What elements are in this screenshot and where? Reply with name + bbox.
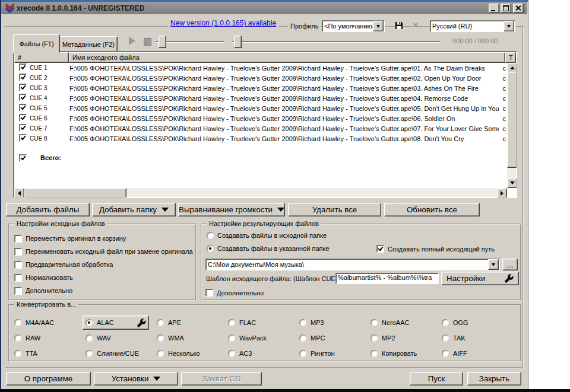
vertical-scroll-thumb[interactable]	[507, 72, 517, 168]
table-row[interactable]: CUE 5F:\005 ФОНОТЕКА\LOSSLESS\РОК\Richar…	[14, 103, 507, 113]
codec-option-wavpack[interactable]: WavPack	[228, 334, 299, 342]
seek-slider-thumb[interactable]	[234, 36, 242, 48]
codec-option-mpc[interactable]: MPC	[299, 334, 370, 342]
codec-option-wav[interactable]: WAV	[86, 334, 157, 342]
radio[interactable]	[442, 319, 449, 326]
radio[interactable]	[442, 350, 449, 357]
stop-button[interactable]	[144, 38, 151, 46]
tab-metadata[interactable]: Метаданные (F2)	[59, 36, 118, 52]
table-row[interactable]: CUE 8F:\005 ФОНОТЕКА\LOSSLESS\РОК\Richar…	[14, 133, 507, 144]
codec-option-flac[interactable]: FLAC	[228, 319, 299, 326]
table-row[interactable]: CUE 2F:\005 ФОНОТЕКА\LOSSLESS\РОК\Richar…	[14, 73, 507, 83]
source-option[interactable]: Нормализовать	[14, 271, 192, 284]
radio[interactable]	[442, 334, 449, 342]
codec-option-aiff[interactable]: AIFF	[442, 350, 508, 357]
checkbox[interactable]	[14, 287, 22, 295]
radio[interactable]	[157, 334, 164, 342]
titlebar[interactable]: xrecode II 1.0.0.164 - UNREGISTERED	[1, 2, 527, 14]
radio[interactable]	[299, 350, 306, 357]
codec-option-несколько[interactable]: Несколько	[157, 350, 228, 357]
codec-option-mp3[interactable]: MP3	[299, 319, 370, 326]
radio[interactable]	[207, 232, 214, 239]
radio[interactable]	[228, 319, 235, 326]
column-header-filename[interactable]: Имя исходного файла	[69, 52, 505, 63]
close-button[interactable]	[513, 4, 524, 13]
source-option[interactable]: Предварительная обработка	[14, 258, 192, 271]
radio[interactable]	[299, 334, 306, 342]
profile-combobox[interactable]: <По умолчанию>	[322, 20, 385, 32]
radio[interactable]	[157, 319, 164, 326]
row-checkbox[interactable]	[19, 134, 27, 142]
output-path-combobox[interactable]: C:\Мои документы\Моя музыка\	[205, 259, 500, 270]
scroll-right-button[interactable]	[497, 188, 507, 198]
checkbox[interactable]	[14, 248, 22, 256]
language-dropdown-button[interactable]	[504, 21, 514, 31]
start-button[interactable]: Пуск	[410, 372, 463, 385]
table-row[interactable]: CUE 3F:\005 ФОНОТЕКА\LOSSLESS\РОК\Richar…	[14, 83, 507, 93]
radio-custom-folder[interactable]: Создавать файлы в указанной папке	[207, 245, 330, 252]
file-table[interactable]: # Имя исходного файла T CUE 1F:\005 ФОНО…	[13, 51, 517, 198]
add-folder-button[interactable]: Добавить папку	[92, 203, 176, 216]
codec-option-wma[interactable]: WMA	[157, 334, 228, 342]
codec-option-mp2[interactable]: MP2	[370, 334, 442, 342]
codec-option-ac3[interactable]: AC3	[228, 350, 299, 357]
delete-profile-button[interactable]: ✕	[411, 20, 420, 30]
template-input[interactable]: %albumartist% - %album%\%tra	[335, 273, 439, 284]
scroll-left-button[interactable]	[14, 188, 24, 198]
add-files-button[interactable]: Добавить файлы	[6, 203, 90, 216]
total-checkbox[interactable]	[19, 154, 27, 162]
codec-option-ogg[interactable]: OGG	[442, 319, 508, 326]
codec-option-ape[interactable]: APE	[157, 319, 228, 326]
play-button[interactable]	[129, 37, 135, 45]
checkbox[interactable]	[14, 274, 22, 282]
seek-slider-track[interactable]	[232, 41, 441, 42]
maximize-button[interactable]	[501, 4, 511, 13]
save-profile-button[interactable]	[394, 21, 404, 30]
codec-option-копировать[interactable]: Копировать	[370, 350, 442, 357]
radio[interactable]	[299, 319, 306, 326]
volume-normalize-button[interactable]: Выравнивание громкости	[178, 203, 285, 216]
table-row[interactable]: CUE 6F:\005 ФОНОТЕКА\LOSSLESS\РОК\Richar…	[14, 113, 507, 123]
radio[interactable]	[86, 350, 93, 357]
codec-option-tak[interactable]: TAK	[442, 334, 508, 342]
row-checkbox[interactable]	[19, 114, 27, 122]
codec-option-рингтон[interactable]: Рингтон	[299, 350, 370, 357]
codec-option-слияние-cue[interactable]: Слияние/CUE	[86, 350, 157, 357]
codec-option-alac[interactable]: ALAC	[83, 315, 149, 330]
tab-files[interactable]: Файлы (F1)	[13, 34, 60, 53]
vertical-scrollbar[interactable]	[507, 63, 516, 188]
close-window-button[interactable]: Закрыть	[467, 372, 521, 385]
table-row[interactable]: CUE 7F:\005 ФОНОТЕКА\LOSSLESS\РОК\Richar…	[14, 123, 507, 133]
radio[interactable]	[86, 319, 93, 326]
full-path-checkbox[interactable]: Создавать полный исходящий путь	[376, 245, 495, 253]
row-checkbox[interactable]	[19, 94, 27, 101]
codec-option-raw[interactable]: RAW	[14, 334, 86, 342]
radio[interactable]	[228, 334, 235, 342]
checkbox[interactable]	[14, 261, 22, 269]
radio[interactable]	[14, 350, 21, 357]
output-advanced-checkbox[interactable]: Дополнительно	[205, 289, 264, 297]
checkbox[interactable]	[376, 245, 384, 253]
horizontal-scrollbar[interactable]	[14, 188, 507, 197]
codec-option-m4a-aac[interactable]: M4A/AAC	[14, 319, 86, 326]
radio[interactable]	[86, 334, 93, 342]
scroll-down-button[interactable]	[507, 178, 517, 188]
rip-cd-button[interactable]: Захват CD	[181, 372, 262, 385]
radio-source-folder[interactable]: Создавать файлы в исходной папке	[207, 232, 327, 239]
codec-option-neroaac[interactable]: NeroAAC	[370, 319, 442, 326]
update-link[interactable]: New version (1.0.0.165) available	[168, 19, 278, 28]
radio[interactable]	[370, 350, 378, 357]
browse-button[interactable]: ...	[502, 259, 518, 270]
row-checkbox[interactable]	[19, 104, 27, 111]
source-option[interactable]: Дополнительно	[14, 284, 192, 297]
minimize-button[interactable]	[489, 4, 499, 13]
radio[interactable]	[14, 334, 21, 342]
output-path-dropdown-button[interactable]	[488, 259, 499, 270]
radio[interactable]	[207, 245, 214, 252]
about-button[interactable]: О программе	[6, 372, 91, 385]
horizontal-scroll-thumb[interactable]	[24, 188, 126, 198]
row-checkbox[interactable]	[19, 124, 27, 132]
table-row[interactable]: CUE 4F:\005 ФОНОТЕКА\LOSSLESS\РОК\Richar…	[14, 93, 507, 103]
radio[interactable]	[14, 319, 21, 326]
radio[interactable]	[157, 350, 164, 357]
